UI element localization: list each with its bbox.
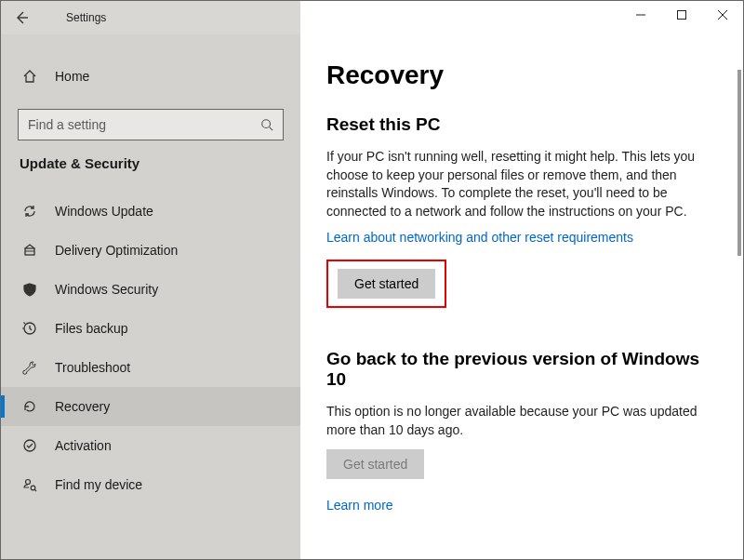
svg-point-11 [31, 486, 35, 490]
sidebar-section-heading: Update & Security [1, 155, 300, 171]
svg-point-10 [26, 480, 31, 485]
maximize-icon [677, 10, 686, 20]
recovery-icon [20, 399, 40, 414]
search-input[interactable]: Find a setting [18, 109, 284, 140]
goback-get-started-button: Get started [326, 449, 424, 479]
sidebar-item-label: Files backup [55, 321, 128, 336]
sidebar-item-label: Home [55, 69, 89, 84]
svg-point-4 [262, 120, 271, 128]
sidebar: Home Find a setting Update & Security Wi… [1, 34, 300, 559]
activation-icon [20, 438, 40, 453]
search-placeholder: Find a setting [28, 117, 106, 132]
minimize-icon [636, 10, 645, 20]
sidebar-item-windows-security[interactable]: Windows Security [1, 270, 300, 309]
svg-rect-1 [678, 11, 686, 20]
backup-icon [20, 321, 40, 336]
delivery-icon [20, 243, 40, 258]
reset-body: If your PC isn't running well, resetting… [326, 148, 717, 220]
main-content: Recovery Reset this PC If your PC isn't … [300, 34, 743, 559]
findmydevice-icon [20, 477, 40, 492]
sidebar-item-label: Recovery [55, 399, 110, 414]
sync-icon [20, 204, 40, 219]
sidebar-item-label: Troubleshoot [55, 360, 130, 375]
sidebar-item-label: Delivery Optimization [55, 243, 178, 258]
svg-line-12 [34, 489, 36, 491]
svg-point-9 [24, 440, 35, 451]
highlight-box: Get started [326, 260, 446, 308]
search-icon [260, 118, 273, 131]
goback-learn-more-link[interactable]: Learn more [326, 498, 393, 513]
arrow-left-icon [14, 10, 29, 25]
sidebar-item-label: Windows Update [55, 204, 153, 219]
svg-line-5 [270, 127, 273, 131]
sidebar-item-find-my-device[interactable]: Find my device [1, 465, 300, 504]
close-icon [718, 10, 727, 20]
sidebar-item-windows-update[interactable]: Windows Update [1, 192, 300, 231]
sidebar-item-home[interactable]: Home [1, 57, 300, 96]
sidebar-item-label: Activation [55, 438, 112, 453]
minimize-button[interactable] [620, 1, 661, 29]
reset-get-started-button[interactable]: Get started [338, 269, 435, 299]
back-button[interactable] [1, 10, 42, 25]
sidebar-item-troubleshoot[interactable]: Troubleshoot [1, 348, 300, 387]
close-button[interactable] [702, 1, 743, 29]
shield-icon [20, 282, 40, 297]
reset-heading: Reset this PC [326, 114, 717, 135]
sidebar-item-label: Windows Security [55, 282, 158, 297]
maximize-button[interactable] [661, 1, 702, 29]
sidebar-item-files-backup[interactable]: Files backup [1, 309, 300, 348]
goback-body: This option is no longer available becau… [326, 403, 717, 439]
sidebar-item-activation[interactable]: Activation [1, 426, 300, 465]
window-title: Settings [66, 11, 106, 24]
sidebar-item-recovery[interactable]: Recovery [1, 387, 300, 426]
sidebar-item-delivery-optimization[interactable]: Delivery Optimization [1, 231, 300, 270]
home-icon [20, 69, 40, 84]
sidebar-item-label: Find my device [55, 477, 142, 492]
goback-heading: Go back to the previous version of Windo… [326, 349, 717, 390]
page-title: Recovery [326, 60, 717, 90]
scrollbar[interactable] [737, 70, 741, 256]
reset-requirements-link[interactable]: Learn about networking and other reset r… [326, 230, 633, 245]
troubleshoot-icon [20, 360, 40, 375]
